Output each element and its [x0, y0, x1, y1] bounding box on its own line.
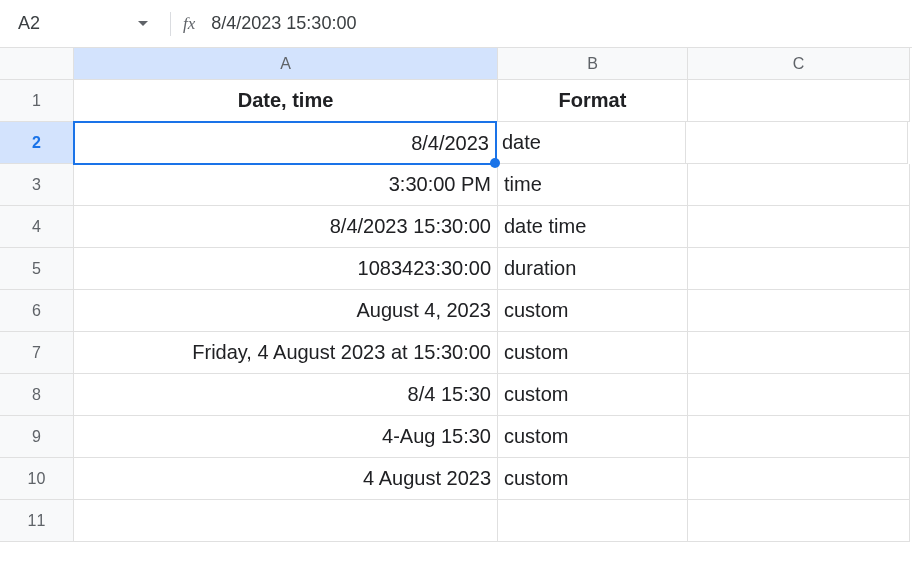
- row-7: 7 Friday, 4 August 2023 at 15:30:00 cust…: [0, 332, 912, 374]
- cell-a2-value: 8/4/2023: [411, 132, 489, 155]
- fx-label: fx: [183, 14, 195, 34]
- cell-a6[interactable]: August 4, 2023: [74, 290, 498, 332]
- name-box-text: A2: [18, 13, 130, 34]
- row-header-9[interactable]: 9: [0, 416, 74, 458]
- formula-input[interactable]: [211, 13, 904, 34]
- cell-a2[interactable]: 8/4/2023: [73, 121, 497, 165]
- cell-c2[interactable]: [686, 122, 908, 164]
- cell-a8[interactable]: 8/4 15:30: [74, 374, 498, 416]
- cell-a9[interactable]: 4-Aug 15:30: [74, 416, 498, 458]
- row-8: 8 8/4 15:30 custom: [0, 374, 912, 416]
- formula-bar: A2 fx: [0, 0, 912, 48]
- cell-a5[interactable]: 1083423:30:00: [74, 248, 498, 290]
- row-header-5[interactable]: 5: [0, 248, 74, 290]
- row-header-7[interactable]: 7: [0, 332, 74, 374]
- cell-b11[interactable]: [498, 500, 688, 542]
- cell-c3[interactable]: [688, 164, 910, 206]
- row-4: 4 8/4/2023 15:30:00 date time: [0, 206, 912, 248]
- cell-c10[interactable]: [688, 458, 910, 500]
- row-header-10[interactable]: 10: [0, 458, 74, 500]
- column-header-c[interactable]: C: [688, 48, 910, 80]
- row-10: 10 4 August 2023 custom: [0, 458, 912, 500]
- cell-b7[interactable]: custom: [498, 332, 688, 374]
- row-6: 6 August 4, 2023 custom: [0, 290, 912, 332]
- cell-a7[interactable]: Friday, 4 August 2023 at 15:30:00: [74, 332, 498, 374]
- cell-a3[interactable]: 3:30:00 PM: [74, 164, 498, 206]
- row-header-3[interactable]: 3: [0, 164, 74, 206]
- name-box[interactable]: A2: [8, 6, 158, 42]
- cell-c7[interactable]: [688, 332, 910, 374]
- row-header-8[interactable]: 8: [0, 374, 74, 416]
- cell-b2[interactable]: date: [496, 122, 686, 164]
- column-header-b[interactable]: B: [498, 48, 688, 80]
- cell-b9[interactable]: custom: [498, 416, 688, 458]
- column-headers: A B C: [0, 48, 912, 80]
- spreadsheet-grid: A B C 1 Date, time Format 2 8/4/2023 dat…: [0, 48, 912, 542]
- row-11: 11: [0, 500, 912, 542]
- cell-c1[interactable]: [688, 80, 910, 122]
- cell-b6[interactable]: custom: [498, 290, 688, 332]
- row-9: 9 4-Aug 15:30 custom: [0, 416, 912, 458]
- cell-a10[interactable]: 4 August 2023: [74, 458, 498, 500]
- row-header-11[interactable]: 11: [0, 500, 74, 542]
- cell-b4[interactable]: date time: [498, 206, 688, 248]
- selection-handle[interactable]: [490, 158, 500, 168]
- separator: [170, 12, 171, 36]
- row-3: 3 3:30:00 PM time: [0, 164, 912, 206]
- cell-a4[interactable]: 8/4/2023 15:30:00: [74, 206, 498, 248]
- cell-b5[interactable]: duration: [498, 248, 688, 290]
- select-all-corner[interactable]: [0, 48, 74, 80]
- column-header-a[interactable]: A: [74, 48, 498, 80]
- cell-b8[interactable]: custom: [498, 374, 688, 416]
- cell-b3[interactable]: time: [498, 164, 688, 206]
- chevron-down-icon: [138, 21, 148, 26]
- row-header-4[interactable]: 4: [0, 206, 74, 248]
- cell-b10[interactable]: custom: [498, 458, 688, 500]
- cell-c4[interactable]: [688, 206, 910, 248]
- row-5: 5 1083423:30:00 duration: [0, 248, 912, 290]
- cell-c9[interactable]: [688, 416, 910, 458]
- cell-a1[interactable]: Date, time: [74, 80, 498, 122]
- row-1: 1 Date, time Format: [0, 80, 912, 122]
- cell-c6[interactable]: [688, 290, 910, 332]
- row-2: 2 8/4/2023 date: [0, 122, 912, 164]
- cell-c5[interactable]: [688, 248, 910, 290]
- row-header-1[interactable]: 1: [0, 80, 74, 122]
- cell-c11[interactable]: [688, 500, 910, 542]
- row-header-2[interactable]: 2: [0, 122, 74, 164]
- cell-b1[interactable]: Format: [498, 80, 688, 122]
- cell-a11[interactable]: [74, 500, 498, 542]
- row-header-6[interactable]: 6: [0, 290, 74, 332]
- cell-c8[interactable]: [688, 374, 910, 416]
